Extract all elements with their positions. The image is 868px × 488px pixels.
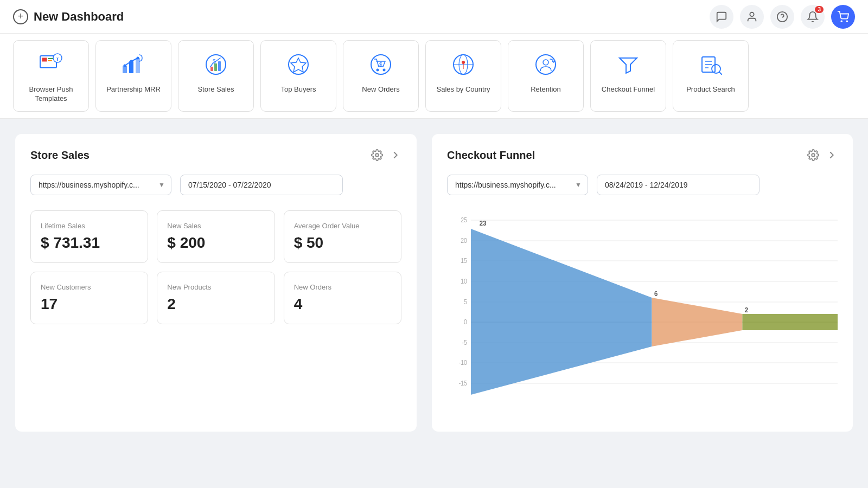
svg-text:15: 15 [461, 257, 467, 264]
checkout-funnel-panel-actions [807, 149, 838, 161]
widget-store-sales[interactable]: $ Store Sales [178, 40, 254, 112]
stat-new-orders-value: 4 [294, 296, 391, 313]
widget-browser-push-label: Browser Push Templates [20, 85, 82, 104]
svg-point-41 [812, 154, 815, 157]
stat-lifetime-sales-value: $ 731.31 [41, 234, 138, 252]
new-orders-icon: $ [366, 49, 396, 80]
store-sales-settings-button[interactable] [371, 149, 383, 161]
widget-sales-by-country[interactable]: Sales by Country [425, 40, 501, 112]
store-sales-panel-title: Store Sales [30, 149, 90, 162]
stat-new-sales-label: New Sales [167, 222, 264, 230]
widget-new-orders-label: New Orders [362, 85, 399, 94]
svg-line-36 [719, 72, 722, 74]
svg-point-15 [130, 60, 133, 63]
stat-new-products-label: New Products [167, 283, 264, 291]
store-sales-expand-button[interactable] [390, 149, 401, 161]
header-left: + New Dashboard [13, 9, 124, 24]
svg-text:10: 10 [461, 278, 467, 285]
notification-button[interactable]: 3 [801, 5, 825, 29]
checkout-funnel-settings-button[interactable] [807, 149, 819, 161]
help-button[interactable] [770, 5, 794, 29]
widget-bar: Browser Push Templates Partnership MRR $ [0, 34, 868, 119]
stat-new-customers-value: 17 [41, 296, 138, 313]
store-sales-date-input[interactable] [180, 175, 343, 195]
stats-grid: Lifetime Sales $ 731.31 New Sales $ 200 … [30, 210, 401, 324]
store-sales-store-select[interactable]: https://business.myshopify.c... [30, 175, 171, 195]
svg-text:-15: -15 [459, 380, 467, 387]
widget-checkout-funnel-label: Checkout Funnel [602, 85, 655, 94]
widget-top-buyers[interactable]: Top Buyers [260, 40, 336, 112]
stat-new-sales-value: $ 200 [167, 234, 264, 252]
page-title: New Dashboard [34, 10, 124, 24]
widget-new-orders[interactable]: $ New Orders [343, 40, 419, 112]
widget-retention-label: Retention [531, 85, 561, 94]
svg-text:6: 6 [654, 290, 658, 298]
browser-push-icon [36, 49, 66, 80]
stat-avg-order-label: Average Order Value [294, 222, 391, 230]
store-sales-icon: $ [201, 49, 231, 80]
svg-point-16 [137, 57, 139, 60]
chat-button[interactable] [710, 5, 733, 29]
main-content: Store Sales https://business.m [0, 119, 868, 447]
stat-new-products-value: 2 [167, 296, 264, 313]
funnel-chart: 25 20 15 10 5 0 -5 -10 -15 23 [447, 210, 838, 416]
svg-text:-5: -5 [462, 339, 467, 346]
svg-point-32 [536, 55, 556, 74]
widget-sales-by-country-label: Sales by Country [437, 85, 490, 94]
svg-text:-10: -10 [459, 359, 467, 366]
stat-new-customers-label: New Customers [41, 283, 138, 291]
checkout-funnel-store-select-wrapper: https://business.myshopify.c... ▼ [447, 175, 588, 195]
svg-marker-62 [471, 229, 652, 395]
svg-point-3 [841, 21, 842, 22]
notification-badge: 3 [815, 6, 824, 13]
store-sales-controls: https://business.myshopify.c... ▼ [30, 175, 401, 195]
widget-retention[interactable]: Retention [508, 40, 584, 112]
widget-product-search-label: Product Search [686, 85, 735, 94]
checkout-funnel-date-input[interactable] [597, 175, 760, 195]
svg-rect-9 [48, 60, 52, 61]
stat-new-products: New Products 2 [157, 272, 275, 324]
stat-avg-order: Average Order Value $ 50 [284, 210, 401, 263]
users-button[interactable] [740, 5, 764, 29]
svg-point-40 [375, 154, 379, 157]
header: + New Dashboard 3 [0, 0, 868, 34]
svg-text:0: 0 [464, 318, 467, 325]
partnership-mrr-icon [118, 49, 149, 80]
checkout-funnel-expand-button[interactable] [826, 149, 838, 161]
stat-avg-order-value: $ 50 [294, 234, 391, 252]
svg-text:20: 20 [461, 237, 467, 244]
checkout-funnel-panel-title: Checkout Funnel [447, 149, 535, 162]
widget-checkout-funnel[interactable]: Checkout Funnel [590, 40, 666, 112]
product-search-icon [695, 49, 726, 80]
avatar-button[interactable] [831, 5, 855, 29]
svg-point-25 [376, 69, 379, 72]
svg-point-26 [383, 69, 386, 72]
widget-partnership-mrr[interactable]: Partnership MRR [95, 40, 171, 112]
stat-new-sales: New Sales $ 200 [157, 210, 275, 263]
header-right: 3 [710, 5, 855, 29]
svg-point-14 [124, 65, 126, 67]
checkout-funnel-icon [613, 49, 643, 80]
svg-rect-64 [742, 314, 838, 330]
top-buyers-icon [283, 49, 314, 80]
svg-rect-20 [214, 63, 217, 71]
store-sales-panel-header: Store Sales [30, 149, 401, 162]
svg-text:25: 25 [461, 216, 467, 223]
checkout-funnel-store-select[interactable]: https://business.myshopify.c... [447, 175, 588, 195]
store-sales-panel: Store Sales https://business.m [15, 134, 417, 432]
svg-rect-6 [42, 58, 47, 61]
funnel-chart-area: 25 20 15 10 5 0 -5 -10 -15 23 [447, 210, 838, 416]
svg-marker-63 [652, 298, 743, 346]
svg-rect-19 [210, 67, 213, 71]
svg-rect-21 [218, 61, 221, 71]
add-dashboard-button[interactable]: + [13, 9, 28, 24]
widget-browser-push[interactable]: Browser Push Templates [13, 40, 89, 112]
svg-point-33 [543, 60, 548, 65]
svg-text:5: 5 [464, 298, 467, 305]
widget-product-search[interactable]: Product Search [673, 40, 749, 112]
svg-rect-13 [136, 58, 140, 73]
svg-point-4 [846, 21, 847, 22]
checkout-funnel-panel-header: Checkout Funnel [447, 149, 838, 162]
stat-new-orders: New Orders 4 [284, 272, 401, 324]
stat-lifetime-sales: Lifetime Sales $ 731.31 [30, 210, 148, 263]
